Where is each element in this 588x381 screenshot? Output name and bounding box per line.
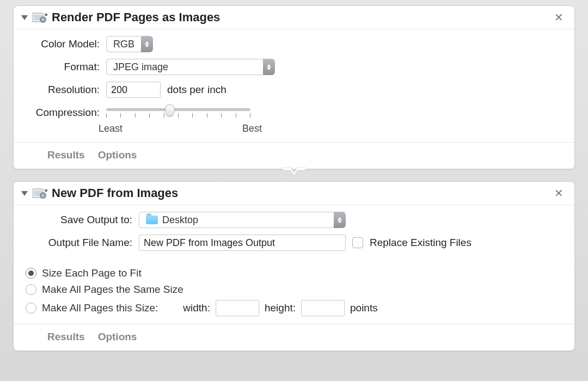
pagesize-radio-same-row[interactable]: Make All Pages the Same Size [26, 284, 565, 296]
radio-same[interactable] [26, 284, 36, 295]
label-points: points [350, 302, 378, 314]
panel-title: New PDF from Images [52, 186, 547, 200]
disclosure-triangle-icon[interactable] [21, 191, 28, 196]
label-save-output-to: Save Output to: [23, 214, 132, 226]
output-file-name-field[interactable] [139, 235, 346, 251]
label-replace-existing: Replace Existing Files [370, 237, 471, 249]
disclosure-triangle-icon[interactable] [21, 15, 28, 20]
footer-results[interactable]: Results [47, 149, 85, 161]
compression-slider[interactable] [106, 105, 250, 121]
action-render-pdf-pages-as-images: Render PDF Pages as Images ✕ Color Model… [13, 5, 575, 169]
folder-icon [146, 216, 158, 224]
svg-point-3 [41, 18, 45, 21]
replace-existing-checkbox[interactable] [352, 237, 363, 248]
footer-results[interactable]: Results [47, 331, 85, 343]
color-model-select[interactable]: RGB [106, 36, 174, 52]
pagesize-radio-thissize-row[interactable]: Make All Pages this Size: width: height:… [26, 300, 565, 316]
resolution-field[interactable] [106, 82, 161, 98]
label-resolution: Resolution: [23, 84, 100, 96]
automator-action-icon [32, 187, 47, 199]
color-model-value: RGB [113, 39, 134, 50]
label-best: Best [242, 123, 262, 134]
save-output-to-select[interactable]: Desktop [139, 212, 346, 228]
label-least: Least [99, 123, 122, 134]
label-color-model: Color Model: [23, 38, 100, 50]
label-height: height: [265, 302, 296, 314]
label-format: Format: [23, 61, 100, 73]
radio-fit[interactable] [26, 268, 36, 279]
svg-rect-9 [45, 189, 47, 192]
radio-thissize[interactable] [26, 303, 36, 314]
footer-options[interactable]: Options [98, 149, 137, 161]
svg-point-8 [41, 194, 45, 197]
format-value: JPEG image [113, 62, 168, 73]
panel-header: New PDF from Images ✕ [14, 182, 574, 205]
width-field[interactable] [216, 300, 259, 316]
close-icon[interactable]: ✕ [551, 187, 567, 200]
format-select[interactable]: JPEG image [106, 59, 275, 75]
panel-title: Render PDF Pages as Images [52, 10, 547, 24]
label-dpi-suffix: dots per inch [167, 84, 226, 96]
label-output-file-name: Output File Name: [23, 237, 132, 249]
svg-rect-4 [45, 14, 47, 16]
panel-header: Render PDF Pages as Images ✕ [14, 6, 574, 29]
label-radio-thissize: Make All Pages this Size: [42, 302, 158, 314]
select-stepper-icon [334, 212, 346, 228]
select-stepper-icon [141, 36, 153, 52]
pagesize-radio-fit-row[interactable]: Size Each Page to Fit [26, 267, 565, 279]
footer-options[interactable]: Options [98, 331, 137, 343]
workflow-connector [13, 169, 575, 181]
automator-action-icon [32, 11, 47, 23]
height-field[interactable] [301, 300, 345, 316]
save-output-to-value: Desktop [162, 214, 198, 226]
label-radio-same: Make All Pages the Same Size [42, 284, 183, 296]
label-width: width: [183, 302, 210, 314]
label-compression: Compression: [23, 107, 100, 119]
label-radio-fit: Size Each Page to Fit [42, 267, 142, 279]
select-stepper-icon [263, 59, 275, 75]
close-icon[interactable]: ✕ [551, 11, 567, 24]
action-new-pdf-from-images: New PDF from Images ✕ Save Output to: De… [13, 181, 575, 351]
